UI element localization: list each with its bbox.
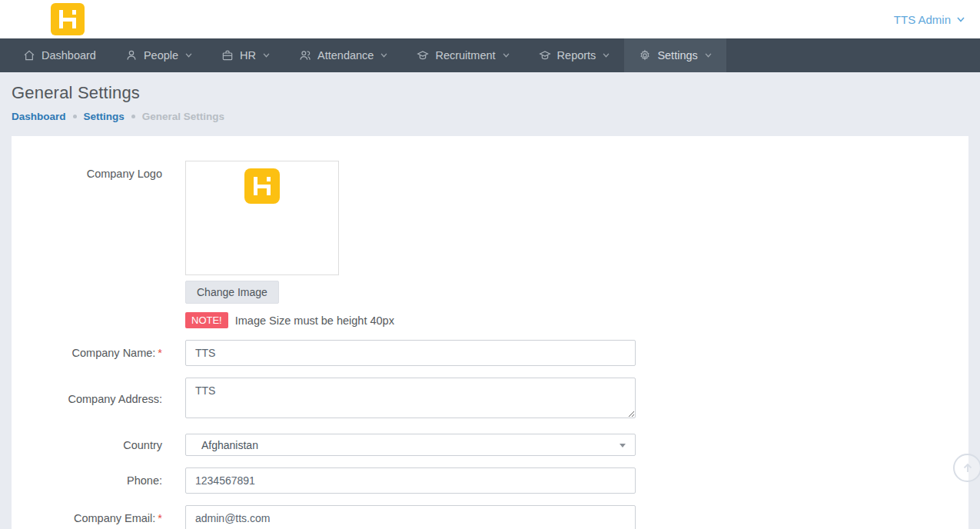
breadcrumb-dashboard[interactable]: Dashboard	[12, 111, 66, 122]
briefcase-icon	[221, 49, 234, 62]
phone-row: Phone:	[12, 467, 968, 494]
nav-item-dashboard[interactable]: Dashboard	[8, 38, 111, 72]
image-size-note: NOTE! Image Size must be height 40px	[185, 312, 636, 328]
nav-item-hr[interactable]: HR	[207, 38, 284, 72]
chevron-down-icon	[380, 53, 387, 58]
general-settings-form: Company Logo Change Image NOTE! Image Si…	[12, 136, 968, 529]
nav-label: People	[144, 49, 178, 62]
user-menu-label: TTS Admin	[894, 13, 951, 26]
breadcrumb: Dashboard Settings General Settings	[12, 111, 968, 122]
company-address-row: Company Address: TTS	[12, 378, 968, 421]
phone-input[interactable]	[185, 467, 636, 494]
company-logo-row: Company Logo Change Image NOTE! Image Si…	[12, 161, 968, 328]
company-email-label: Company Email:	[74, 512, 155, 524]
nav-item-attendance[interactable]: Attendance	[284, 38, 402, 72]
chevron-down-icon	[263, 53, 270, 58]
company-logo[interactable]	[51, 3, 85, 35]
nav-label: Settings	[657, 49, 697, 62]
graduation-cap-icon	[539, 49, 551, 62]
country-select[interactable]: Afghanistan	[185, 434, 636, 456]
company-address-textarea[interactable]: TTS	[185, 378, 636, 418]
nav-label: Reports	[557, 49, 596, 62]
breadcrumb-separator	[73, 115, 77, 118]
chevron-down-icon	[603, 53, 610, 58]
change-image-button[interactable]: Change Image	[185, 281, 279, 304]
company-logo-image	[244, 168, 280, 204]
country-selected-value: Afghanistan	[201, 439, 258, 451]
company-logo-label: Company Logo	[12, 161, 185, 328]
graduation-cap-icon	[417, 49, 429, 62]
chevron-down-icon	[705, 53, 712, 58]
user-menu[interactable]: TTS Admin	[894, 13, 965, 26]
breadcrumb-settings[interactable]: Settings	[84, 111, 125, 122]
country-row: Country Afghanistan	[12, 434, 968, 456]
main-nav: Dashboard People HR Attendance Recruitme…	[0, 38, 980, 72]
nav-label: Dashboard	[42, 49, 96, 62]
company-name-row: Company Name:*	[12, 340, 968, 366]
breadcrumb-separator	[131, 115, 135, 118]
company-email-row: Company Email:*	[12, 505, 968, 529]
breadcrumb-current: General Settings	[142, 111, 224, 122]
logo-h-glyph	[59, 10, 76, 28]
nav-item-recruitment[interactable]: Recruitment	[402, 38, 523, 72]
note-badge: NOTE!	[185, 312, 228, 328]
country-label: Country	[123, 439, 162, 451]
chevron-down-icon	[503, 53, 510, 58]
chevron-down-icon	[185, 53, 192, 58]
required-asterisk: *	[158, 347, 162, 359]
nav-label: Recruitment	[435, 49, 495, 62]
select-caret-icon	[620, 444, 626, 447]
logo-h-glyph	[254, 177, 271, 195]
note-text: Image Size must be height 40px	[235, 314, 394, 327]
company-address-label: Company Address:	[68, 393, 162, 405]
arrow-up-icon	[962, 462, 974, 474]
top-bar: TTS Admin	[0, 0, 980, 38]
phone-label: Phone:	[127, 474, 162, 487]
required-asterisk: *	[158, 512, 162, 524]
nav-label: Attendance	[317, 49, 374, 62]
nav-item-people[interactable]: People	[111, 38, 207, 72]
person-icon	[125, 49, 138, 62]
scroll-to-top-button[interactable]	[953, 454, 980, 482]
gear-icon	[639, 49, 651, 62]
chevron-down-icon	[957, 17, 965, 22]
people-icon	[299, 49, 311, 62]
company-logo-preview	[185, 161, 339, 275]
page-title: General Settings	[12, 83, 968, 103]
home-icon	[23, 49, 35, 62]
company-name-input[interactable]	[185, 340, 636, 366]
nav-label: HR	[240, 49, 256, 62]
nav-item-settings[interactable]: Settings	[624, 38, 726, 72]
company-email-input[interactable]	[185, 505, 636, 529]
company-name-label: Company Name:	[72, 347, 156, 359]
nav-item-reports[interactable]: Reports	[524, 38, 625, 72]
